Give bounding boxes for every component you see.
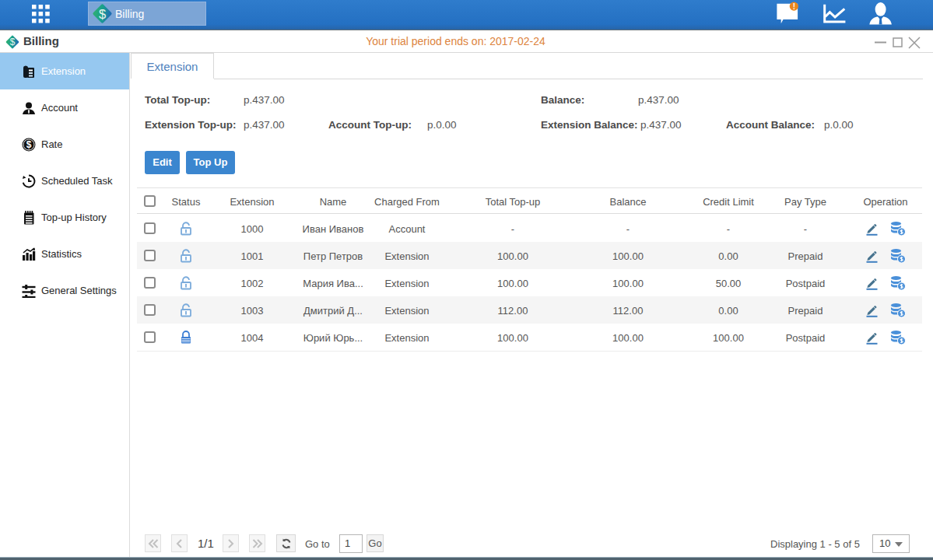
svg-text:!: ! (793, 2, 795, 11)
svg-text:$: $ (26, 139, 32, 150)
svg-text:$: $ (99, 7, 106, 21)
